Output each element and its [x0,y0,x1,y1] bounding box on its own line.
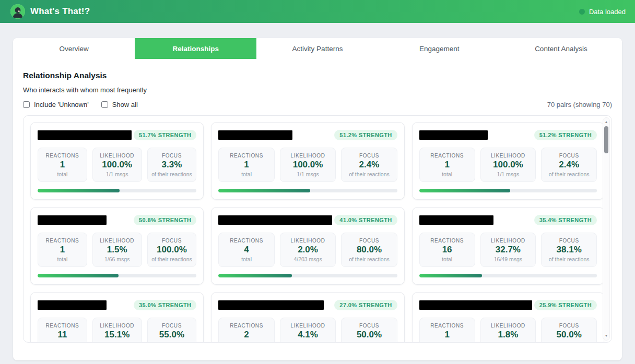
strength-progress-track [38,189,196,192]
brand: What's That!? [10,4,90,19]
controls-row: Include 'Unknown'Show all 70 pairs (show… [23,101,612,108]
progress-fill [218,189,310,192]
pairs-count: 70 pairs (showing 70) [547,101,612,108]
progress-fill [38,189,120,192]
scrollbar-thumb[interactable] [604,126,608,153]
stats-row: REACTIONS 1 total LIKELIHOOD 100.0% 1/1 … [38,148,196,182]
stat-box: LIKELIHOOD 100.0% 1/1 msgs [92,148,142,182]
strength-progress-track [218,274,397,277]
stat-box: LIKELIHOOD 32.7% 16/49 msgs [480,233,536,267]
stat-box: FOCUS 55.0% of their reactions [147,318,197,343]
strength-badge: 27.0% STRENGTH [334,300,397,310]
redacted-name [218,300,324,310]
app-title: What's That!? [30,6,90,17]
filter-show-all[interactable]: Show all [101,101,138,108]
stat-box: REACTIONS 11 total [38,318,87,343]
stat-box: LIKELIHOOD 2.0% 4/203 msgs [280,233,336,267]
stat-box: LIKELIHOOD 1.5% 1/66 msgs [92,233,142,267]
strength-badge: 51.2% STRENGTH [334,130,397,140]
pairs-scroll-container: 51.7% STRENGTH REACTIONS 1 total LIKELIH… [23,115,612,343]
stats-row: REACTIONS 11 total LIKELIHOOD 15.1% 11/7… [38,318,196,343]
tab-activity-patterns[interactable]: Activity Patterns [256,38,378,59]
progress-fill [419,189,510,192]
card-header: 51.2% STRENGTH [218,129,397,141]
relationship-card: 41.0% STRENGTH REACTIONS 4 total LIKELIH… [211,207,404,285]
stat-box: REACTIONS 1 total [38,233,87,267]
stat-box: REACTIONS 2 total [218,318,274,343]
stats-row: REACTIONS 4 total LIKELIHOOD 2.0% 4/203 … [218,233,397,267]
stat-box: REACTIONS 1 total [419,148,475,182]
strength-badge: 51.7% STRENGTH [134,130,196,140]
stats-row: REACTIONS 1 total LIKELIHOOD 1.8% 1/55 m… [419,318,597,343]
relationship-card: 27.0% STRENGTH REACTIONS 2 total LIKELIH… [211,292,404,343]
redacted-name [38,130,132,140]
card-header: 35.4% STRENGTH [419,214,597,226]
strength-progress-track [419,189,597,192]
stat-box: LIKELIHOOD 100.0% 1/1 msgs [280,148,336,182]
stats-row: REACTIONS 2 total LIKELIHOOD 4.1% 2/49 m… [218,318,397,343]
scroll-down-arrow-icon[interactable]: ▼ [603,333,609,338]
relationship-card: 51.7% STRENGTH REACTIONS 1 total LIKELIH… [30,122,204,200]
tab-relationships[interactable]: Relationships [135,38,256,59]
main-panel: OverviewRelationshipsActivity PatternsEn… [13,38,622,360]
tab-overview[interactable]: Overview [13,38,135,59]
section-subtitle: Who interacts with whom most frequently [23,86,612,94]
status-dot-icon [579,9,585,15]
stats-row: REACTIONS 16 total LIKELIHOOD 32.7% 16/4… [419,233,597,267]
redacted-name [419,215,493,225]
section-title: Relationship Analysis [23,71,612,80]
stat-box: REACTIONS 4 total [218,233,274,267]
redacted-name [419,300,532,310]
stats-row: REACTIONS 1 total LIKELIHOOD 100.0% 1/1 … [419,148,597,182]
app-header: What's That!? Data loaded [0,0,635,23]
card-header: 51.2% STRENGTH [419,129,597,141]
strength-progress-track [38,274,196,277]
strength-badge: 51.2% STRENGTH [534,130,597,140]
status-text: Data loaded [589,8,626,16]
scroll-up-arrow-icon[interactable]: ▲ [603,119,609,125]
relationships-section: Relationship Analysis Who interacts with… [13,71,622,343]
stat-box: FOCUS 2.4% of their reactions [341,148,397,182]
stat-box: FOCUS 38.1% of their reactions [541,233,597,267]
stat-box: FOCUS 80.0% of their reactions [341,233,397,267]
stat-box: FOCUS 50.0% of their reactions [341,318,397,343]
card-header: 27.0% STRENGTH [218,299,397,311]
strength-badge: 41.0% STRENGTH [334,215,397,225]
app-logo-icon [10,4,25,19]
strength-badge: 35.0% STRENGTH [134,300,196,310]
card-header: 41.0% STRENGTH [218,214,397,226]
strength-badge: 50.8% STRENGTH [134,215,196,225]
stats-row: REACTIONS 1 total LIKELIHOOD 100.0% 1/1 … [218,148,397,182]
card-header: 35.0% STRENGTH [38,299,196,311]
relationship-card: 51.2% STRENGTH REACTIONS 1 total LIKELIH… [211,122,404,200]
strength-badge: 35.4% STRENGTH [534,215,597,225]
card-header: 51.7% STRENGTH [38,129,196,141]
redacted-name [218,130,292,140]
progress-fill [38,274,119,277]
redacted-name [38,215,107,225]
tab-content-analysis[interactable]: Content Analysis [500,38,622,59]
stat-box: FOCUS 50.0% of their reactions [541,318,597,343]
relationship-card: 50.8% STRENGTH REACTIONS 1 total LIKELIH… [30,207,204,285]
scrollbar[interactable]: ▲ ▼ [603,117,610,341]
relationship-card: 35.4% STRENGTH REACTIONS 16 total LIKELI… [412,207,604,285]
checkbox-icon[interactable] [101,101,108,108]
strength-badge: 25.9% STRENGTH [534,300,597,310]
filter-label: Show all [112,101,138,108]
tab-engagement[interactable]: Engagement [379,38,500,59]
stat-box: REACTIONS 1 total [218,148,274,182]
stat-box: LIKELIHOOD 15.1% 11/73 msgs [92,318,142,343]
stat-box: LIKELIHOOD 4.1% 2/49 msgs [280,318,336,343]
stats-row: REACTIONS 1 total LIKELIHOOD 1.5% 1/66 m… [38,233,196,267]
strength-progress-track [218,189,397,192]
filters: Include 'Unknown'Show all [23,101,150,108]
progress-fill [218,274,291,277]
stat-box: FOCUS 3.3% of their reactions [147,148,197,182]
relationship-card: 51.2% STRENGTH REACTIONS 1 total LIKELIH… [412,122,604,200]
checkbox-icon[interactable] [23,101,30,108]
stat-box: REACTIONS 16 total [419,233,475,267]
filter-include-unknown[interactable]: Include 'Unknown' [23,101,89,108]
stat-box: REACTIONS 1 total [419,318,475,343]
progress-fill [419,274,482,277]
strength-progress-track [419,274,597,277]
